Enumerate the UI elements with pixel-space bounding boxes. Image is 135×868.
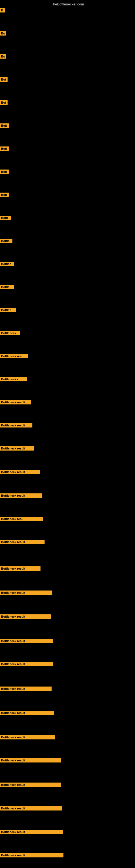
bottleneck-label-21: Bottleneck result bbox=[0, 470, 40, 474]
bottleneck-label-6: Bott bbox=[0, 123, 9, 128]
bottleneck-label-29: Bottleneck result bbox=[0, 662, 53, 666]
bottleneck-label-20: Bottleneck result bbox=[0, 446, 34, 451]
bottleneck-label-15: Bottleneck bbox=[0, 331, 20, 335]
bottleneck-label-37: Bottleneck result bbox=[0, 853, 63, 858]
bottleneck-label-35: Bottleneck result bbox=[0, 806, 62, 810]
bottleneck-label-3: Bo bbox=[0, 54, 6, 59]
bottleneck-label-34: Bottleneck result bbox=[0, 782, 61, 787]
bottleneck-label-1: B bbox=[0, 8, 5, 12]
bottleneck-label-24: Bottleneck result bbox=[0, 540, 45, 544]
bottleneck-label-8: Bott bbox=[0, 169, 9, 174]
bottleneck-label-2: Bo bbox=[0, 31, 6, 35]
bottleneck-label-17: Bottleneck r bbox=[0, 377, 27, 381]
bottleneck-label-7: Bott bbox=[0, 147, 9, 151]
site-title: TheBottlenecker.com bbox=[51, 2, 84, 6]
bottleneck-label-12: Bottlen bbox=[0, 262, 14, 266]
bottleneck-label-9: Bott bbox=[0, 193, 9, 197]
bottleneck-label-27: Bottleneck result bbox=[0, 614, 51, 619]
bottleneck-label-22: Bottleneck result bbox=[0, 493, 42, 498]
bottleneck-label-25: Bottleneck result bbox=[0, 566, 41, 571]
bottleneck-label-16: Bottleneck resu bbox=[0, 354, 28, 358]
bottleneck-label-32: Bottleneck result bbox=[0, 735, 55, 739]
bottleneck-label-28: Bottleneck result bbox=[0, 639, 53, 643]
bottleneck-label-14: Bottlen bbox=[0, 308, 16, 312]
bottleneck-label-10: Bottl bbox=[0, 216, 11, 220]
bottleneck-label-13: Bottle bbox=[0, 285, 14, 289]
bottleneck-label-19: Bottleneck result bbox=[0, 423, 32, 428]
bottleneck-label-33: Bottleneck result bbox=[0, 758, 61, 763]
bottleneck-label-30: Bottleneck result bbox=[0, 686, 52, 691]
bottleneck-label-26: Bottleneck result bbox=[0, 590, 52, 595]
bottleneck-label-18: Bottleneck result bbox=[0, 400, 31, 404]
bottleneck-label-23: Bottleneck resu bbox=[0, 517, 43, 521]
bottleneck-label-31: Bottleneck result bbox=[0, 711, 54, 715]
bottleneck-label-5: Bot bbox=[0, 100, 8, 105]
bottleneck-label-11: Bottle bbox=[0, 239, 12, 243]
bottleneck-label-4: Bot bbox=[0, 77, 8, 82]
bottleneck-label-36: Bottleneck result bbox=[0, 830, 63, 834]
